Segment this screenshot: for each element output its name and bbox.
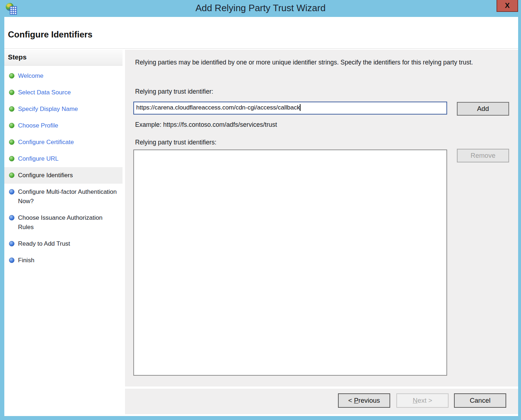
close-icon: X	[505, 1, 509, 10]
step-choose-profile[interactable]: Choose Profile	[4, 117, 123, 134]
steps-list: Welcome Select Data Source Specify Displ…	[4, 66, 123, 269]
title-bar: Add Relying Party Trust Wizard X	[0, 0, 521, 17]
steps-sidebar: Steps Welcome Select Data Source Specify…	[4, 50, 123, 414]
step-upcoming-bullet-icon	[9, 189, 14, 195]
step-done-bullet-icon	[9, 106, 14, 112]
steps-heading: Steps	[4, 50, 123, 66]
step-done-bullet-icon	[9, 90, 14, 95]
step-select-data-source[interactable]: Select Data Source	[4, 84, 123, 101]
intro-text: Relying parties may be identified by one…	[135, 58, 504, 67]
step-label: Finish	[18, 257, 34, 264]
relying-party-trust-identifier-input[interactable]: https://carena.cloudflareaccess.com/cdn-…	[133, 102, 447, 115]
next-button[interactable]: Next >	[396, 393, 449, 408]
text-caret	[300, 104, 300, 111]
step-upcoming-bullet-icon	[9, 241, 14, 246]
step-label: Configure Certificate	[18, 139, 74, 146]
step-configure-certificate[interactable]: Configure Certificate	[4, 134, 123, 151]
next-button-label: Next >	[413, 397, 432, 405]
step-label: Ready to Add Trust	[18, 240, 70, 247]
window-body: Configure Identifiers Steps Welcome Sele…	[4, 17, 518, 416]
close-button[interactable]: X	[496, 0, 518, 12]
step-upcoming-bullet-icon	[9, 215, 14, 220]
window-title: Add Relying Party Trust Wizard	[0, 3, 521, 14]
previous-button[interactable]: < Previous	[338, 393, 390, 408]
step-welcome[interactable]: Welcome	[4, 68, 123, 84]
step-configure-url[interactable]: Configure URL	[4, 151, 123, 167]
step-label: Configure Multi-factor Authentication No…	[18, 188, 117, 205]
identifiers-listbox[interactable]	[133, 149, 447, 376]
step-done-bullet-icon	[9, 156, 14, 161]
step-ready-to-add-trust[interactable]: Ready to Add Trust	[4, 236, 123, 252]
step-done-bullet-icon	[9, 173, 14, 178]
step-label: Choose Issuance Authorization Rules	[18, 214, 102, 231]
step-configure-identifiers[interactable]: Configure Identifiers	[4, 167, 123, 184]
identifier-input-value: https://carena.cloudflareaccess.com/cdn-…	[136, 104, 300, 111]
step-label: Configure URL	[18, 155, 58, 162]
previous-button-label: < Previous	[348, 397, 380, 405]
page-title: Configure Identifiers	[8, 30, 93, 40]
cancel-button-label: Cancel	[470, 397, 491, 405]
step-label: Specify Display Name	[18, 106, 78, 112]
step-done-bullet-icon	[9, 139, 14, 145]
step-configure-mfa[interactable]: Configure Multi-factor Authentication No…	[4, 184, 123, 210]
step-label: Select Data Source	[18, 89, 71, 96]
add-button[interactable]: Add	[457, 102, 509, 116]
step-label: Welcome	[18, 72, 44, 79]
cancel-button[interactable]: Cancel	[454, 393, 506, 408]
footer-bar: < Previous Next > Cancel	[125, 389, 518, 414]
identifier-field-label: Relying party trust identifier:	[135, 88, 213, 95]
content-panel: Relying parties may be identified by one…	[125, 50, 518, 387]
step-finish[interactable]: Finish	[4, 252, 123, 269]
step-label: Configure Identifiers	[18, 172, 73, 179]
step-upcoming-bullet-icon	[9, 258, 14, 263]
example-text: Example: https://fs.contoso.com/adfs/ser…	[135, 121, 277, 129]
step-done-bullet-icon	[9, 123, 14, 128]
wizard-window: Add Relying Party Trust Wizard X Configu…	[0, 0, 521, 420]
step-choose-issuance-rules[interactable]: Choose Issuance Authorization Rules	[4, 210, 123, 236]
page-header: Configure Identifiers	[4, 17, 518, 49]
step-done-bullet-icon	[9, 73, 14, 79]
remove-button[interactable]: Remove	[457, 149, 509, 162]
step-label: Choose Profile	[18, 122, 58, 129]
add-button-label: Add	[477, 105, 489, 113]
step-specify-display-name[interactable]: Specify Display Name	[4, 101, 123, 117]
remove-button-label: Remove	[471, 152, 495, 160]
identifiers-list-label: Relying party trust identifiers:	[135, 139, 217, 146]
